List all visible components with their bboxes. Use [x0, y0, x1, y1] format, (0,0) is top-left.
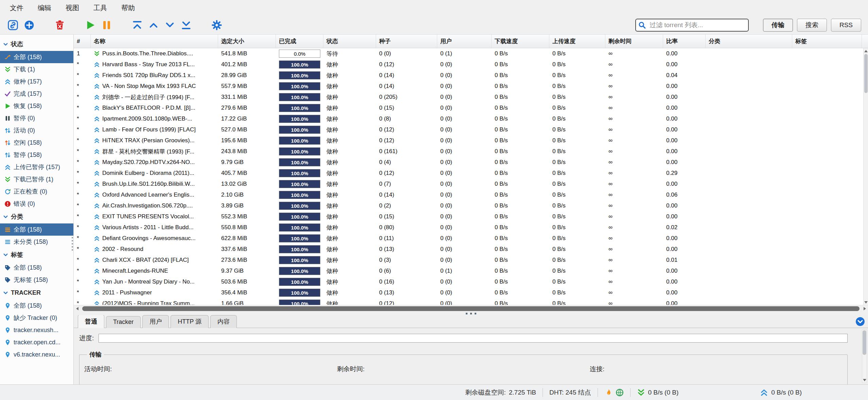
menu-help[interactable]: 帮助	[114, 1, 142, 15]
sidebar-item-stalled[interactable]: 暂停 (158)	[0, 149, 73, 161]
scroll-down-button[interactable]	[864, 299, 868, 305]
torrent-row[interactable]: *Lamb - Fear Of Fours (1999) [FLAC]527.0…	[74, 124, 868, 135]
sidebar-item-completed[interactable]: 完成 (157)	[0, 88, 73, 100]
sidebar-section-title-trackers[interactable]: TRACKER	[0, 286, 73, 299]
panel-scroll-down-button[interactable]	[863, 378, 866, 383]
torrent-row[interactable]: *Minecraft.Legends-RUNE9.37 GiB100.0%做种0…	[74, 266, 868, 276]
connection-status-icon[interactable]	[616, 388, 624, 397]
column-header-state[interactable]: 状态	[323, 35, 376, 48]
sidebar-item-all-trackers[interactable]: 全部 (158)	[0, 299, 73, 312]
panel-tab-trackers[interactable]: Tracker	[106, 316, 141, 328]
column-header-upspeed[interactable]: 上传速度	[549, 35, 605, 48]
column-header-size[interactable]: 选定大小	[218, 35, 276, 48]
sidebar-item-uncategorized[interactable]: 未分类 (158)	[0, 236, 73, 248]
scroll-left-button[interactable]	[74, 305, 81, 312]
sidebar-item-active[interactable]: 活动 (0)	[0, 124, 73, 137]
panel-tab-peers[interactable]: 用户	[142, 315, 169, 328]
sidebar-item-resumed[interactable]: 恢复 (158)	[0, 100, 73, 112]
sidebar-section-title-tags[interactable]: 标签	[0, 248, 73, 261]
torrent-row[interactable]: *Defiant Groovings - Awesomesauc...622.8…	[74, 233, 868, 244]
column-header-peers[interactable]: 用户	[437, 35, 492, 48]
add-torrent-link-button[interactable]	[5, 17, 21, 33]
column-header-eta[interactable]: 剩余时间	[605, 35, 663, 48]
torrent-row[interactable]: *Mayday.S20.720p.HDTV.x264-NO...9.79 GiB…	[74, 157, 868, 168]
resume-torrent-button[interactable]	[82, 17, 99, 33]
sidebar-item-seeding[interactable]: 做种 (157)	[0, 75, 73, 88]
column-header-ratio[interactable]: 比率	[663, 35, 706, 48]
torrent-row[interactable]: *2011 - Pushwagner356.4 MiB100.0%做种0 (13…	[74, 287, 868, 298]
column-header-seeds[interactable]: 种子	[376, 35, 437, 48]
move-up-button[interactable]	[145, 17, 162, 33]
column-header-num[interactable]: #	[74, 35, 91, 48]
sidebar-item-inactive[interactable]: 空闲 (158)	[0, 137, 73, 149]
sidebar-section-title-status[interactable]: 状态	[0, 37, 73, 51]
torrent-row[interactable]: *Brush.Up.Life.S01.2160p.Bilibili.W...13…	[74, 179, 868, 189]
torrent-row[interactable]: *Air.Crash.Investigation.S06.720p....3.8…	[74, 200, 868, 211]
menu-edit[interactable]: 编辑	[31, 1, 58, 15]
move-down-button[interactable]	[162, 17, 178, 33]
sidebar-item-stalled-uploading[interactable]: 上传已暂停 (157)	[0, 161, 73, 173]
sidebar-item-trackerless[interactable]: 缺少 Tracker (0)	[0, 312, 73, 324]
global-upload-speed[interactable]: 0 B/s (0 B)	[760, 388, 802, 397]
sidebar-item-paused[interactable]: 暂停 (0)	[0, 112, 73, 124]
torrent-row[interactable]: *Charli XCX - BRAT (2024) [FLAC]273.6 Mi…	[74, 255, 868, 266]
torrent-row[interactable]: *Dominik Eulberg - Diorama (2011)...405.…	[74, 168, 868, 179]
column-header-category[interactable]: 分类	[706, 35, 792, 48]
torrent-row[interactable]: *群星 - 莫札特交響樂精華 (1993) [F...243.8 MiB100.…	[74, 146, 868, 157]
sidebar-item-tracker-nexus[interactable]: tracker.nexush...	[0, 324, 73, 336]
alt-speed-toggle-icon[interactable]	[604, 388, 613, 397]
panel-vertical-scrollbar[interactable]	[862, 329, 867, 383]
torrent-row[interactable]: *VA - Non Stop Mega Mix 1993 FLAC557.9 M…	[74, 81, 868, 92]
sidebar-item-all-tags[interactable]: 全部 (158)	[0, 261, 73, 274]
move-to-bottom-button[interactable]	[178, 17, 194, 33]
column-header-tags[interactable]: 标签	[792, 35, 862, 48]
torrent-row[interactable]: *HiTNEX TRAX (Persian Groovies)...195.6 …	[74, 135, 868, 146]
menu-view[interactable]: 视图	[58, 1, 86, 15]
sidebar-item-tracker-opencd[interactable]: tracker.open.cd...	[0, 336, 73, 348]
torrent-row[interactable]: 1Puss.in.Boots.The.Three.Diablos....541.…	[74, 48, 868, 59]
table-horizontal-scrollbar[interactable]	[74, 305, 868, 312]
view-tab-transfers[interactable]: 传输	[763, 19, 793, 32]
sidebar-item-untagged[interactable]: 无标签 (158)	[0, 274, 73, 286]
torrent-filter-input[interactable]	[635, 19, 749, 32]
collapse-panel-button[interactable]	[855, 317, 865, 327]
column-header-name[interactable]: 名称	[91, 35, 218, 48]
column-header-dlspeed[interactable]: 下载速度	[492, 35, 549, 48]
panel-tab-general[interactable]: 普通	[78, 315, 104, 328]
move-to-top-button[interactable]	[129, 17, 145, 33]
global-download-speed[interactable]: 0 B/s (0 B)	[637, 388, 679, 397]
torrent-row[interactable]: *Various Artists - 2011 - Little Budd...…	[74, 222, 868, 233]
torrent-row[interactable]: *BlackY's BEATFLOOR - P.D.M. [β]...279.6…	[74, 103, 868, 113]
panel-tab-http-sources[interactable]: HTTP 源	[171, 315, 209, 328]
torrent-row[interactable]: *Friends S01 720p BluRay DD5.1 x...28.99…	[74, 70, 868, 81]
torrent-row[interactable]: *刘德华 - 一起走过的日子 (1994) [F...331.1 MiB100.…	[74, 92, 868, 103]
add-torrent-file-button[interactable]	[21, 17, 37, 33]
menu-file[interactable]: 文件	[3, 1, 31, 15]
torrent-row[interactable]: *(2012)MQS - Running Trax Summ...1.66 Gi…	[74, 298, 868, 305]
torrent-row[interactable]: *Oxford Advanced Learner's Englis...2.10…	[74, 189, 868, 200]
torrent-row[interactable]: *Harvard Bass - Stay True 2013 FL...401.…	[74, 59, 868, 70]
torrent-row[interactable]: *2002 - Resound337.6 MiB100.0%做种0 (13)0 …	[74, 244, 868, 255]
panel-splitter-handle[interactable]	[74, 312, 868, 315]
sidebar-item-all-categories[interactable]: 全部 (158)	[0, 223, 73, 236]
sidebar-item-tracker-v6-nexus[interactable]: v6.tracker.nexu...	[0, 348, 73, 361]
horizontal-scrollbar-thumb[interactable]	[82, 306, 860, 311]
sidebar-section-title-categories[interactable]: 分类	[0, 210, 73, 223]
panel-tab-content[interactable]: 内容	[210, 315, 237, 328]
sidebar-item-errored[interactable]: 错误 (0)	[0, 198, 73, 210]
vertical-scrollbar-thumb[interactable]	[864, 54, 868, 93]
view-tab-rss[interactable]: RSS	[831, 19, 861, 32]
view-tab-search[interactable]: 搜索	[797, 19, 827, 32]
sidebar-item-checking[interactable]: 正在检查 (0)	[0, 185, 73, 198]
options-button[interactable]	[209, 17, 225, 33]
scroll-right-button[interactable]	[861, 305, 868, 312]
sidebar-item-downloading[interactable]: 下载 (1)	[0, 63, 73, 75]
sidebar-item-all[interactable]: 全部 (158)	[0, 51, 73, 63]
table-vertical-scrollbar[interactable]	[863, 48, 868, 305]
scroll-up-button[interactable]	[864, 48, 868, 54]
pause-torrent-button[interactable]	[99, 17, 115, 33]
delete-torrent-button[interactable]	[52, 17, 68, 33]
menu-tools[interactable]: 工具	[86, 1, 114, 15]
torrent-row[interactable]: *Ipartment.2009.S01.1080p.WEB-...17.22 G…	[74, 113, 868, 124]
panel-scrollbar-thumb[interactable]	[863, 330, 866, 355]
